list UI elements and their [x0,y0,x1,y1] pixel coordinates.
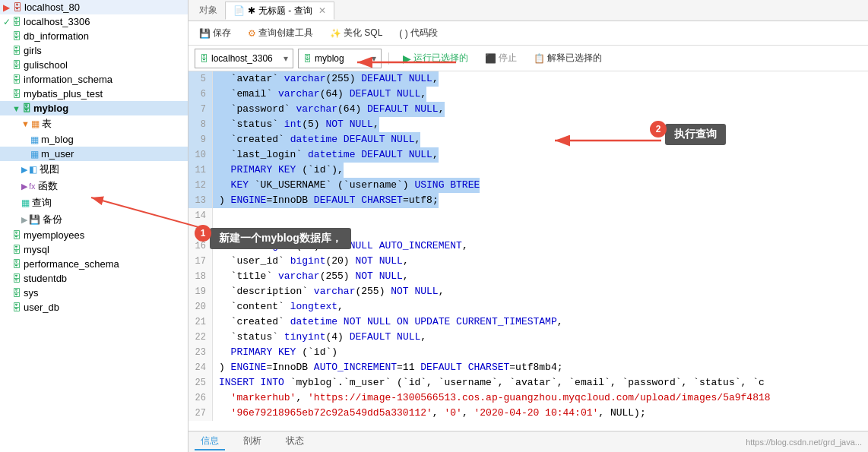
tab-query[interactable]: 📄 ✱ 无标题 - 查询 ✕ [225,2,334,20]
separator: │ [386,52,392,64]
sidebar-item-infoschema[interactable]: 🗄 information_schema [0,72,188,87]
explain-button[interactable]: 📋 解释已选择的 [527,49,608,67]
sidebar-label: m_user [41,148,74,160]
code-line-14: 14 [188,208,868,223]
sidebar-label: performance_schema [24,258,119,270]
sidebar-item-views[interactable]: ▶ ◧ 视图 [0,161,188,178]
chevron-down-icon2: ▾ [372,53,376,64]
sidebar-label: db_information [24,30,89,42]
query-bar: 🗄 localhost_3306 ▾ 🗄 myblog ▾ │ ▶ 运行已选择的… [188,46,868,71]
query-tool-button[interactable]: ⚙ 查询创建工具 [243,25,318,41]
url-bar: https://blog.csdn.net/grd_java... [746,438,862,447]
play-icon: ▶ [403,52,411,65]
code-line-15: 15 [188,223,868,239]
code-line-25: 25 INSERT INTO `myblog`.`m_user` (`id`, … [188,375,868,390]
database-selector[interactable]: 🗄 myblog ▾ [298,49,382,68]
table-folder-icon: ▦ [31,119,40,129]
db-icon: 🗄 [12,17,21,27]
close-icon[interactable]: ✕ [318,5,326,16]
server-label: localhost_3306 [211,53,273,64]
sidebar-label: myblog [33,103,68,114]
db-icon: 🗄 [22,103,31,114]
db-icon: 🗄 [12,230,21,241]
expand-icon: ▶ [21,215,27,225]
expand-icon: ▶ [21,165,27,175]
sidebar-item-girls[interactable]: 🗄 girls [0,43,188,58]
beautify-icon: ✨ [330,28,341,39]
db-icon: 🗄 [12,259,21,270]
main-panel: 对象 📄 ✱ 无标题 - 查询 ✕ 💾 保存 ⚙ 查询创建工具 ✨ 美化 SQL… [188,0,868,452]
view-icon: ◧ [29,164,37,175]
sidebar-item-mybatisplus[interactable]: 🗄 mybatis_plus_test [0,87,188,101]
explain-label: 解释已选择的 [547,52,602,65]
tab-label-object: 对象 [192,1,225,20]
code-line-13: 13 ) ENGINE=InnoDB DEFAULT CHARSET=utf8; [188,193,868,208]
sidebar-item-mblog[interactable]: ▦ m_blog [0,132,188,147]
stop-button[interactable]: ⬛ 停止 [479,49,523,67]
code-line-8: 8 `status` int(5) NOT NULL, [188,117,868,132]
code-line-19: 19 `description` varchar(255) NOT NULL, [188,284,868,299]
tab-info[interactable]: 信息 [195,433,225,450]
sidebar-item-tables[interactable]: ▼ ▦ 表 [0,115,188,132]
query-tool-icon: ⚙ [248,28,256,39]
db-icon: 🗄 [12,60,21,71]
db-icon: 🗄 [12,46,21,56]
sidebar-label: 视图 [40,163,59,176]
sidebar-label: 备份 [43,213,62,226]
sidebar-label: information_schema [24,74,112,85]
db-icon: 🗄 [12,273,21,284]
save-button[interactable]: 💾 保存 [195,25,236,41]
code-editor[interactable]: 5 `avatar` varchar(255) DEFAULT NULL, 6 … [188,71,868,431]
sidebar-label: m_blog [41,134,74,145]
sidebar-item-mysql[interactable]: 🗄 mysql [0,242,188,257]
sidebar-label: mysql [24,244,49,255]
sidebar-item-studentdb[interactable]: 🗄 studentdb [0,271,188,286]
db-icon: 🗄 [12,288,21,299]
code-line-7: 7 `password` varchar(64) DEFAULT NULL, [188,102,868,117]
tab-profile[interactable]: 剖析 [237,433,268,450]
db-icon: 🗄 [12,302,21,313]
bottom-bar: 信息 剖析 状态 https://blog.csdn.net/grd_java.… [188,431,868,452]
object-tab-label: 对象 [199,4,217,17]
code-line-6: 6 `email` varchar(64) DEFAULT NULL, [188,87,868,102]
sidebar-item-sys[interactable]: 🗄 sys [0,286,188,300]
run-selected-button[interactable]: ▶ 运行已选择的 [397,49,474,67]
sidebar-label: girls [24,45,42,56]
db-icon: 🗄 [12,89,21,100]
sidebar-label: gulischool [24,59,68,71]
code-line-18: 18 `title` varchar(255) NOT NULL, [188,269,868,284]
server-selector[interactable]: 🗄 localhost_3306 ▾ [195,49,293,68]
tab-doc-icon: 📄 [233,5,245,16]
explain-icon: 📋 [534,53,545,64]
beautify-label: 美化 SQL [344,27,382,40]
sidebar-item-backup[interactable]: ▶ 💾 备份 [0,211,188,228]
sidebar-item-myemployees[interactable]: 🗄 myemployees [0,228,188,242]
sidebar-item-queries[interactable]: ▦ 查询 [0,194,188,211]
backup-icon: 💾 [29,214,40,225]
sidebar-item-localhost80[interactable]: ▶ 🗄 localhost_80 [0,0,188,14]
expand-icon: ▶ [21,182,27,191]
sidebar-item-funcs[interactable]: ▶ fx 函数 [0,178,188,194]
tab-asterisk: ✱ [248,5,255,16]
sidebar-item-userdb[interactable]: 🗄 user_db [0,300,188,315]
code-segment-button[interactable]: ( ) 代码段 [394,25,442,41]
sidebar-item-muser[interactable]: ▦ m_user [0,147,188,161]
sidebar-label: studentdb [24,273,67,284]
code-segment-label: 代码段 [410,27,438,40]
beautify-button[interactable]: ✨ 美化 SQL [325,25,387,41]
expand-icon: ▼ [21,119,30,128]
sidebar-label: mybatis_plus_test [24,88,103,100]
sidebar-item-perf[interactable]: 🗄 performance_schema [0,257,188,271]
sidebar-label: myemployees [24,229,84,241]
tab-status[interactable]: 状态 [280,433,310,450]
sidebar-item-gulischool[interactable]: 🗄 gulischool [0,58,188,72]
sidebar-item-localhost3306[interactable]: ✓ 🗄 localhost_3306 [0,14,188,29]
sidebar-label: 函数 [38,179,58,193]
sidebar-item-myblog[interactable]: ▼ 🗄 myblog [0,101,188,115]
code-line-27: 27 '96e79218965eb72c92a549dd5a330112', '… [188,406,868,421]
sidebar-item-dbinformation[interactable]: 🗄 db_information [0,29,188,43]
table-icon: ▦ [30,134,39,145]
code-line-16: 16 `id` bigint(20) NOT NULL AUTO_INCREME… [188,239,868,254]
query-icon: ▦ [21,198,30,208]
table-icon: ▦ [30,149,39,160]
